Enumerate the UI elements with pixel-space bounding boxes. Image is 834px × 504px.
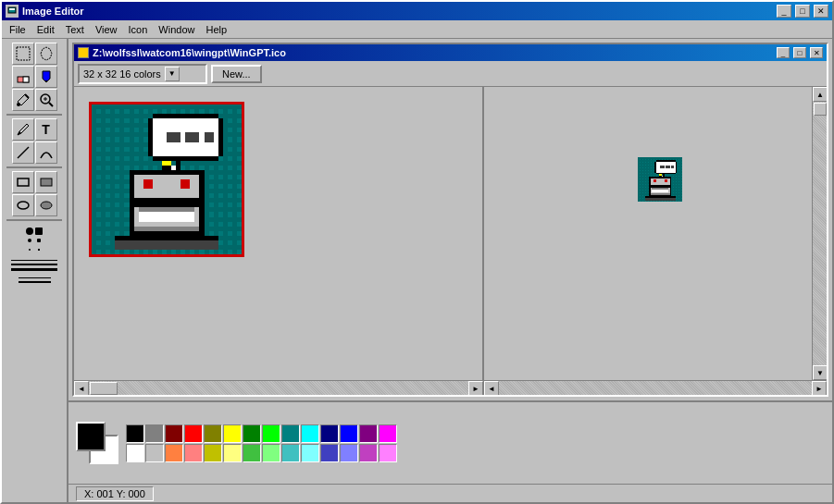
scroll-track-h-right[interactable] xyxy=(499,381,812,395)
palette-cell[interactable] xyxy=(204,444,222,462)
right-area: Z:\wolfssl\watcom16\wingpt\WinGPT.ico _ … xyxy=(68,39,832,502)
palette-cell[interactable] xyxy=(359,444,378,462)
menu-text[interactable]: Text xyxy=(60,22,90,37)
tool-eraser[interactable] xyxy=(12,66,34,88)
scroll-down-btn[interactable]: ▼ xyxy=(813,365,827,380)
title-bar: Image Editor _ □ ✕ xyxy=(2,2,832,20)
h-scrollbar-row: ◄ ► ◄ ► xyxy=(74,380,827,395)
coords-panel: X: 001 Y: 000 xyxy=(76,486,154,501)
dropdown-arrow[interactable]: ▼ xyxy=(165,67,180,81)
palette-cell[interactable] xyxy=(340,424,358,443)
app-icon xyxy=(6,5,19,18)
inner-window-title: Z:\wolfssl\watcom16\wingpt\WinGPT.ico xyxy=(93,47,773,58)
palette-cell[interactable] xyxy=(126,424,144,443)
palette-cell[interactable] xyxy=(165,444,183,462)
tool-text[interactable]: T xyxy=(35,118,57,141)
menu-file[interactable]: File xyxy=(4,22,31,37)
palette-cell[interactable] xyxy=(301,444,319,462)
color-palette xyxy=(126,424,397,462)
palette-cell[interactable] xyxy=(262,424,280,443)
palette-cell[interactable] xyxy=(145,424,164,443)
left-canvas-panel[interactable] xyxy=(74,87,484,380)
size-dropdown[interactable]: 32 x 32 16 colors ▼ xyxy=(78,64,207,84)
maximize-button[interactable]: □ xyxy=(795,5,810,18)
svg-point-8 xyxy=(17,103,20,106)
scroll-left-btn[interactable]: ◄ xyxy=(74,381,89,395)
palette-section xyxy=(68,400,832,484)
palette-cell[interactable] xyxy=(359,424,378,443)
palette-cell[interactable] xyxy=(379,444,397,462)
palette-cell[interactable] xyxy=(243,424,261,443)
palette-cell[interactable] xyxy=(184,424,203,443)
palette-cell[interactable] xyxy=(379,424,397,443)
tool-zoom[interactable] xyxy=(35,89,57,111)
svg-line-10 xyxy=(49,103,53,106)
tool-pick-color[interactable] xyxy=(12,89,34,111)
scroll-track-v[interactable] xyxy=(813,102,827,365)
size-label: 32 x 32 16 colors xyxy=(83,68,161,80)
palette-cell[interactable] xyxy=(262,444,280,462)
palette-cell[interactable] xyxy=(165,424,183,443)
tool-ellipse-fill[interactable] xyxy=(35,194,57,216)
h-scrollbar-right[interactable]: ◄ ► xyxy=(484,381,827,395)
palette-cell[interactable] xyxy=(126,444,144,462)
palette-cell[interactable] xyxy=(320,424,339,443)
scroll-right-btn[interactable]: ► xyxy=(468,381,483,395)
palette-cell[interactable] xyxy=(301,424,319,443)
scroll-track-h-left[interactable] xyxy=(89,381,468,395)
fg-color-box[interactable] xyxy=(76,422,106,451)
palette-cell[interactable] xyxy=(340,444,358,462)
palette-cell[interactable] xyxy=(281,444,300,462)
new-button[interactable]: New... xyxy=(211,65,262,83)
minimize-button[interactable]: _ xyxy=(777,5,791,18)
tool-fill[interactable] xyxy=(35,66,57,88)
app-title: Image Editor xyxy=(22,6,773,17)
tool-pencil[interactable] xyxy=(12,118,34,141)
palette-cell[interactable] xyxy=(243,444,261,462)
svg-line-14 xyxy=(18,147,29,158)
menu-icon[interactable]: Icon xyxy=(123,22,154,37)
tool-select-rect[interactable] xyxy=(12,43,34,65)
menu-view[interactable]: View xyxy=(90,22,123,37)
svg-rect-3 xyxy=(17,47,30,60)
menu-help[interactable]: Help xyxy=(200,22,232,37)
palette-grid xyxy=(126,424,397,462)
close-button[interactable]: ✕ xyxy=(814,5,828,18)
palette-cell[interactable] xyxy=(223,444,242,462)
palette-cell[interactable] xyxy=(204,424,222,443)
inner-maximize-button[interactable]: □ xyxy=(793,47,806,58)
inner-close-button[interactable]: ✕ xyxy=(810,47,823,58)
palette-cell[interactable] xyxy=(281,424,300,443)
scroll-thumb-h-left[interactable] xyxy=(90,382,118,395)
palette-cell[interactable] xyxy=(223,424,242,443)
scroll-right-btn-2[interactable]: ► xyxy=(812,381,827,395)
inner-minimize-button[interactable]: _ xyxy=(777,47,790,58)
palette-cell[interactable] xyxy=(145,444,164,462)
tool-ellipse[interactable] xyxy=(12,194,34,216)
v-scrollbar[interactable]: ▲ ▼ xyxy=(812,87,827,380)
tool-curve[interactable] xyxy=(35,141,57,164)
tool-rect-fill[interactable] xyxy=(35,171,57,193)
tool-rect[interactable] xyxy=(12,171,34,193)
palette-cell[interactable] xyxy=(320,444,339,462)
scroll-thumb-v[interactable] xyxy=(814,103,827,116)
tool-line[interactable] xyxy=(12,141,34,164)
palette-cell[interactable] xyxy=(184,444,203,462)
h-scrollbar-left[interactable]: ◄ ► xyxy=(74,381,484,395)
menu-bar: File Edit Text View Icon Window Help xyxy=(2,20,832,39)
status-bar: X: 001 Y: 000 xyxy=(68,484,832,502)
selected-colors xyxy=(76,422,118,464)
left-toolbar: T xyxy=(2,39,68,502)
svg-point-17 xyxy=(18,202,29,209)
main-content: T xyxy=(2,39,832,502)
right-canvas-panel xyxy=(484,87,827,380)
preview-canvas xyxy=(638,157,682,202)
main-canvas[interactable] xyxy=(89,102,244,257)
inner-window: Z:\wolfssl\watcom16\wingpt\WinGPT.ico _ … xyxy=(72,43,828,397)
scroll-up-btn[interactable]: ▲ xyxy=(813,87,827,102)
scroll-left-btn-2[interactable]: ◄ xyxy=(484,381,499,395)
tool-select-free[interactable] xyxy=(35,43,57,65)
menu-edit[interactable]: Edit xyxy=(31,22,60,37)
canvas-wrapper: ▲ ▼ ◄ xyxy=(74,87,827,395)
menu-window[interactable]: Window xyxy=(153,22,200,37)
